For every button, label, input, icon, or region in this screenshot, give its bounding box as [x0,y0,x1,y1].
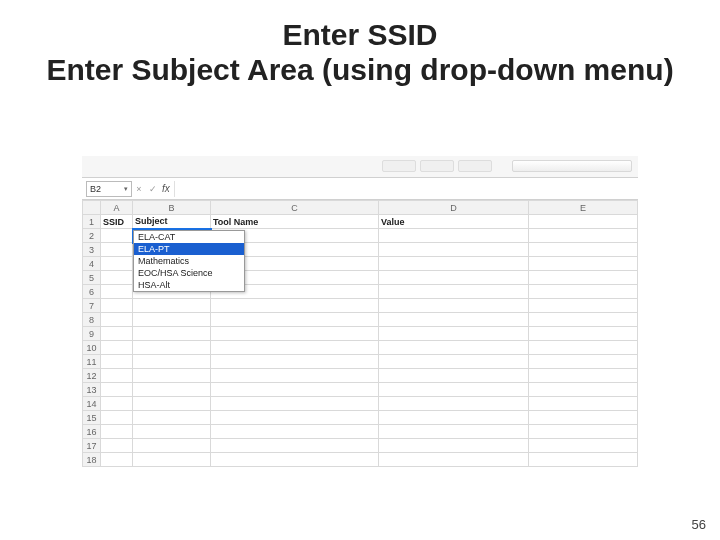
cell-D2[interactable] [379,229,529,243]
cell[interactable] [529,327,638,341]
cell[interactable] [529,383,638,397]
cell[interactable] [379,271,529,285]
cell[interactable] [529,313,638,327]
cell[interactable] [133,369,211,383]
row-header[interactable]: 15 [83,411,101,425]
cell[interactable] [101,257,133,271]
dropdown-option-highlighted[interactable]: ELA-PT [134,243,244,255]
dropdown-option[interactable]: Mathematics [134,255,244,267]
dropdown-option[interactable]: ELA-CAT [134,231,244,243]
row-header[interactable]: 8 [83,313,101,327]
cell[interactable] [101,397,133,411]
cell[interactable] [211,383,379,397]
cell[interactable] [133,341,211,355]
cell[interactable] [101,313,133,327]
row-header[interactable]: 12 [83,369,101,383]
cell-A2[interactable] [101,229,133,243]
col-header-E[interactable]: E [529,201,638,215]
cell[interactable] [529,453,638,467]
cell[interactable] [211,439,379,453]
cell[interactable] [211,369,379,383]
formula-input[interactable] [174,181,638,197]
row-header[interactable]: 6 [83,285,101,299]
cell[interactable] [529,243,638,257]
col-header-B[interactable]: B [133,201,211,215]
cell[interactable] [211,299,379,313]
row-header[interactable]: 1 [83,215,101,229]
cell[interactable] [379,411,529,425]
cell[interactable] [529,285,638,299]
cell[interactable] [101,355,133,369]
cell-E1[interactable] [529,215,638,229]
dropdown-option[interactable]: HSA-Alt [134,279,244,291]
cell[interactable] [101,271,133,285]
cell[interactable] [379,383,529,397]
cell[interactable] [529,425,638,439]
subject-dropdown-list[interactable]: ELA-CAT ELA-PT Mathematics EOC/HSA Scien… [133,230,245,292]
row-header[interactable]: 16 [83,425,101,439]
col-header-C[interactable]: C [211,201,379,215]
cell[interactable] [133,355,211,369]
cell[interactable] [101,243,133,257]
cell[interactable] [379,341,529,355]
cell[interactable] [379,425,529,439]
cell[interactable] [379,299,529,313]
cell[interactable] [529,369,638,383]
cell[interactable] [133,425,211,439]
cell[interactable] [529,299,638,313]
row-header[interactable]: 2 [83,229,101,243]
row-header[interactable]: 11 [83,355,101,369]
row-header[interactable]: 4 [83,257,101,271]
cell-B1[interactable]: Subject [133,215,211,229]
cell[interactable] [101,383,133,397]
cell[interactable] [211,313,379,327]
row-header[interactable]: 17 [83,439,101,453]
row-header[interactable]: 10 [83,341,101,355]
cell[interactable] [101,453,133,467]
cell-A1[interactable]: SSID [101,215,133,229]
row-header[interactable]: 5 [83,271,101,285]
row-header[interactable]: 3 [83,243,101,257]
cell[interactable] [133,313,211,327]
row-header[interactable]: 18 [83,453,101,467]
cell[interactable] [211,453,379,467]
cell-E2[interactable] [529,229,638,243]
cell[interactable] [101,285,133,299]
cell[interactable] [529,341,638,355]
cell[interactable] [379,327,529,341]
cell[interactable] [133,439,211,453]
cell[interactable] [379,285,529,299]
cell[interactable] [133,397,211,411]
cell[interactable] [529,397,638,411]
cell[interactable] [211,355,379,369]
cell[interactable] [133,299,211,313]
cell[interactable] [101,299,133,313]
select-all-corner[interactable] [83,201,101,215]
cell[interactable] [529,439,638,453]
name-box[interactable]: B2 ▾ [86,181,132,197]
cell[interactable] [211,425,379,439]
cell[interactable] [211,341,379,355]
cell[interactable] [133,453,211,467]
fx-label[interactable]: fx [162,183,170,194]
cell[interactable] [101,341,133,355]
col-header-A[interactable]: A [101,201,133,215]
cell[interactable] [211,397,379,411]
cell[interactable] [101,425,133,439]
cell[interactable] [529,355,638,369]
cell[interactable] [379,257,529,271]
cell[interactable] [211,411,379,425]
row-header[interactable]: 13 [83,383,101,397]
row-header[interactable]: 9 [83,327,101,341]
cell[interactable] [101,327,133,341]
cell[interactable] [101,369,133,383]
cell-C1[interactable]: Tool Name [211,215,379,229]
cell[interactable] [379,313,529,327]
cell[interactable] [211,327,379,341]
cell[interactable] [529,271,638,285]
cell[interactable] [379,453,529,467]
cell[interactable] [101,411,133,425]
row-header[interactable]: 7 [83,299,101,313]
cell[interactable] [379,355,529,369]
row-header[interactable]: 14 [83,397,101,411]
